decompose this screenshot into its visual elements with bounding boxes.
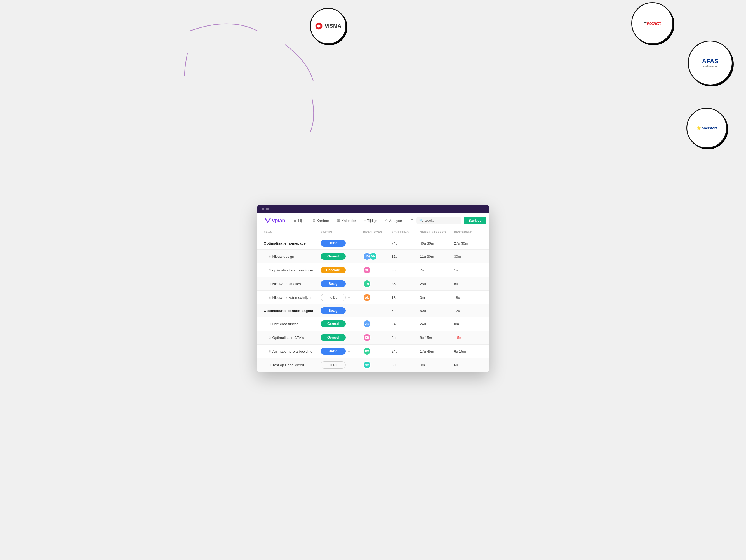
col-resterend: RESTEREND [454, 231, 483, 234]
kanban-icon: ⊞ [312, 219, 315, 223]
resources-cell: JDMK [363, 252, 392, 260]
row-name: ⊟ Animatie hero afbeelding [264, 349, 320, 354]
status-badge: Gereed [320, 253, 346, 260]
resources-cell: RV [363, 347, 392, 355]
kalender-icon: ▦ [337, 219, 340, 223]
subtask-icon: ⊟ [268, 255, 271, 258]
subtask-icon: ⊟ [268, 282, 271, 286]
resources-cell: TH [363, 280, 392, 288]
browser-dot-1 [261, 208, 264, 211]
resterend-value: 8u [454, 282, 483, 286]
status-badge: Gereed [320, 320, 346, 327]
status-cell: To Do → [320, 294, 363, 301]
avatar: TH [363, 280, 371, 288]
avatar: MK [369, 252, 377, 260]
table-row[interactable]: ⊟ Test op PageSpeed To Do → NM 6u 0m 6u [257, 358, 489, 372]
table-row[interactable]: ⊟ Nieuwe animaties Bezig→ TH 36u 28u 8u [257, 277, 489, 291]
table-row[interactable]: Optimalisatie contact pagina Bezig → 62u… [257, 305, 489, 317]
table-row[interactable]: ⊟ Nieuwe teksten schrijven To Do → AL 18… [257, 291, 489, 305]
expand-icon[interactable]: ⊡ [410, 218, 414, 223]
nav-kanban[interactable]: ⊞ Kanban [311, 218, 331, 224]
status-badge: Bezig [320, 280, 346, 287]
row-name: ⊟ Nieuw design [264, 254, 320, 259]
subtask-icon: ⊟ [268, 322, 271, 326]
arrow-icon: → [347, 295, 351, 300]
tijdlijn-icon: ≡ [364, 219, 366, 223]
geregistreerd-value: 7u [420, 268, 454, 272]
status-cell: Controle→ [320, 267, 363, 274]
schatting-value: 8u [392, 336, 420, 340]
browser-window: vplan ☰ Lijst ⊞ Kanban ▦ Kalender ≡ [257, 205, 489, 372]
vplan-icon [264, 217, 271, 224]
status-badge: Bezig [320, 348, 346, 355]
search-input[interactable] [425, 219, 458, 223]
nav-kalender[interactable]: ▦ Kalender [335, 218, 357, 224]
table-row[interactable]: Optimalisatie homepage Bezig → 74u 46u 3… [257, 237, 489, 250]
subtask-icon: ⊟ [268, 296, 271, 300]
kanban-label: Kanban [317, 219, 329, 223]
browser-dot-2 [266, 208, 269, 211]
exact-logo: =exact [631, 2, 673, 44]
resources-cell: SL [363, 266, 392, 274]
resterend-value: -15m [454, 336, 483, 340]
resources-cell: AL [363, 293, 392, 301]
search-bar[interactable]: 🔍 [417, 217, 461, 224]
schatting-value: 24u [392, 322, 420, 326]
arrow-icon: → [347, 268, 351, 272]
schatting-value: 24u [392, 349, 420, 354]
table-row[interactable]: ⊟ Live chat functie Gereed JB 24u 24u 0m [257, 317, 489, 331]
schatting-value: 12u [392, 254, 420, 259]
arrow-icon: → [347, 282, 351, 286]
resterend-value: 6u 15m [454, 349, 483, 354]
nav-lijst[interactable]: ☰ Lijst [292, 218, 306, 224]
status-cell: Bezig→ [320, 280, 363, 287]
search-icon: 🔍 [419, 219, 424, 223]
visma-icon [315, 22, 323, 30]
schatting-value: 74u [392, 241, 420, 246]
resterend-value: 6u [454, 363, 483, 367]
status-cell: Gereed [320, 334, 363, 341]
status-badge: Controle [320, 267, 346, 274]
avatar: JB [363, 320, 371, 328]
subtask-icon: ⊟ [268, 269, 271, 272]
table-row[interactable]: ⊟ Animatie hero afbeelding Bezig→ RV 24u… [257, 344, 489, 358]
schatting-value: 36u [392, 282, 420, 286]
table-row[interactable]: ⊟ Nieuw design Gereed JDMK 12u 11u 30m 3… [257, 250, 489, 263]
afas-text: AFAS software [702, 58, 719, 68]
resterend-value: 30m [454, 254, 483, 259]
status-cell: Bezig→ [320, 348, 363, 355]
app-header: vplan ☰ Lijst ⊞ Kanban ▦ Kalender ≡ [257, 213, 489, 228]
resterend-value: 18u [454, 296, 483, 300]
row-name: ⊟ Test op PageSpeed [264, 363, 320, 367]
schatting-value: 6u [392, 363, 420, 367]
table-row[interactable]: ⊟ Optimalisatie CTA's Gereed KR 8u 8u 15… [257, 331, 489, 344]
col-naam: NAAM [264, 231, 320, 234]
schatting-value: 62u [392, 309, 420, 313]
nav-tijdlijn[interactable]: ≡ Tijdlijn [362, 218, 379, 224]
header-right: ⊡ 🔍 Backlog [410, 217, 486, 224]
geregistreerd-value: 8u 15m [420, 336, 454, 340]
nav-items: ☰ Lijst ⊞ Kanban ▦ Kalender ≡ Tijdlijn ◇ [292, 218, 404, 224]
page-wrapper: VISMA =exact AFAS software ⭐ snelstart [0, 0, 746, 560]
table-body: Optimalisatie homepage Bezig → 74u 46u 3… [257, 237, 489, 372]
lijst-icon: ☰ [294, 219, 297, 223]
row-name: Optimalisatie contact pagina [264, 309, 320, 313]
subtask-icon: ⊟ [268, 349, 271, 353]
status-badge: Gereed [320, 334, 346, 341]
row-name: ⊟ Optimalisatie CTA's [264, 336, 320, 340]
nav-analyse[interactable]: ◇ Analyse [383, 218, 404, 224]
col-status: STATUS [320, 231, 363, 234]
vplan-wordmark: vplan [272, 218, 285, 224]
visma-logo: VISMA [310, 8, 346, 44]
lijst-label: Lijst [298, 219, 305, 223]
table-row[interactable]: ⊟ optimalisatie afbeeldingen Controle→ S… [257, 263, 489, 277]
status-cell: To Do → [320, 361, 363, 369]
subtask-icon: ⊟ [268, 363, 271, 367]
avatar: KR [363, 334, 371, 341]
geregistreerd-value: 0m [420, 296, 454, 300]
avatar: SL [363, 266, 371, 274]
status-badge: Bezig [320, 307, 346, 314]
status-cell: Gereed [320, 320, 363, 327]
backlog-button[interactable]: Backlog [464, 217, 486, 224]
status-badge: Bezig [320, 240, 346, 247]
